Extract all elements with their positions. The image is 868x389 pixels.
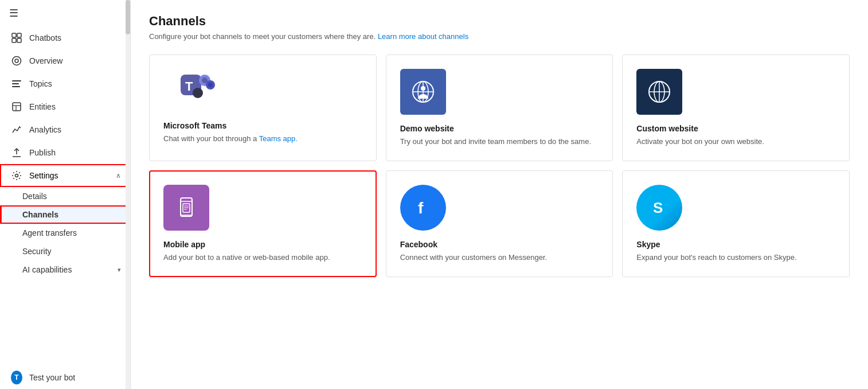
svg-point-4	[13, 57, 21, 65]
test-bot-icon: T	[11, 372, 22, 383]
sidebar-item-topics-label: Topics	[29, 79, 52, 88]
subtitle-text: Configure your bot channels to meet your…	[149, 32, 378, 41]
mobile-title: Mobile app	[163, 240, 205, 249]
teams-desc-text: Chat with your bot through a	[163, 134, 259, 143]
custom-desc: Activate your bot on your own website.	[636, 137, 764, 147]
settings-icon	[11, 170, 22, 181]
demo-icon-wrap	[400, 69, 446, 115]
channel-card-mobile-app[interactable]: Mobile app Add your bot to a native or w…	[149, 170, 377, 277]
svg-rect-1	[17, 33, 21, 37]
sidebar-item-settings-label: Settings	[29, 171, 58, 180]
channel-card-demo-website[interactable]: Demo website Try out your bot and invite…	[386, 55, 613, 161]
facebook-icon-wrap: f	[400, 185, 446, 231]
sidebar-sub-agent-label: Agent transfers	[22, 228, 77, 238]
svg-point-20	[208, 83, 213, 87]
sidebar-sub-item-details[interactable]: Details	[0, 187, 130, 205]
sidebar-scrollbar-thumb[interactable]	[126, 0, 130, 34]
learn-more-link[interactable]: Learn more about channels	[378, 32, 468, 41]
entities-icon	[11, 101, 22, 112]
overview-icon	[11, 55, 22, 67]
svg-rect-7	[12, 83, 19, 84]
svg-text:S: S	[653, 199, 663, 216]
skype-icon-wrap: S	[636, 185, 682, 231]
sidebar-item-analytics-label: Analytics	[29, 125, 61, 134]
sidebar: ☰ Chatbots Overview	[0, 0, 131, 389]
sidebar-sub-channels-label: Channels	[22, 210, 58, 219]
mobile-icon-box	[163, 185, 209, 231]
teams-title: Microsoft Teams	[163, 121, 226, 130]
sidebar-item-entities-label: Entities	[29, 102, 56, 111]
settings-row-left: Settings	[11, 170, 58, 181]
sidebar-item-chatbots[interactable]: Chatbots	[0, 26, 130, 49]
mobile-desc: Add your bot to a native or web-based mo…	[163, 252, 330, 263]
sidebar-sub-item-agent-transfers[interactable]: Agent transfers	[0, 224, 130, 242]
svg-rect-8	[12, 86, 20, 87]
facebook-circle: f	[400, 185, 446, 231]
svg-rect-2	[12, 38, 16, 42]
svg-point-14	[15, 174, 18, 177]
svg-point-5	[15, 59, 18, 63]
analytics-icon	[11, 124, 22, 135]
topics-icon	[11, 78, 22, 90]
publish-icon	[11, 147, 22, 158]
sidebar-sub-ai-label: AI capabilities	[22, 265, 72, 274]
sidebar-sub-security-label: Security	[22, 247, 52, 256]
channel-card-custom-website[interactable]: Custom website Activate your bot on your…	[622, 55, 850, 161]
svg-point-26	[421, 86, 425, 91]
chatbots-icon	[11, 32, 22, 44]
channels-grid: T Microsoft Teams Chat with your bot thr…	[149, 55, 850, 277]
sidebar-item-overview[interactable]: Overview	[0, 49, 130, 72]
skype-desc: Expand your bot's reach to customers on …	[636, 252, 796, 263]
svg-point-21	[193, 88, 203, 98]
svg-rect-9	[13, 103, 21, 111]
custom-title: Custom website	[636, 124, 698, 133]
sidebar-scrollbar	[126, 0, 130, 389]
sidebar-item-overview-label: Overview	[29, 56, 62, 65]
sidebar-item-entities[interactable]: Entities	[0, 95, 130, 118]
sidebar-item-chatbots-label: Chatbots	[29, 33, 61, 42]
custom-globe-box	[636, 69, 682, 115]
demo-globe-box	[400, 69, 446, 115]
skype-circle: S	[636, 185, 682, 231]
sidebar-sub-item-ai-capabilities[interactable]: AI capabilities ▾	[0, 260, 130, 279]
sidebar-item-test-bot[interactable]: T Test your bot	[0, 366, 130, 389]
svg-rect-6	[12, 80, 21, 81]
svg-text:T: T	[185, 79, 193, 94]
facebook-desc: Connect with your customers on Messenger…	[400, 252, 548, 263]
page-title: Channels	[149, 14, 850, 29]
sidebar-item-publish[interactable]: Publish	[0, 141, 130, 164]
sidebar-item-analytics[interactable]: Analytics	[0, 118, 130, 141]
sidebar-header: ☰	[0, 0, 130, 26]
channel-card-skype[interactable]: S Skype Expand your bot's reach to custo…	[622, 170, 850, 277]
demo-title: Demo website	[400, 124, 454, 133]
hamburger-icon[interactable]: ☰	[9, 7, 18, 20]
svg-rect-3	[17, 38, 21, 42]
teams-desc: Chat with your bot through a Teams app.	[163, 134, 298, 144]
sidebar-item-test-bot-label: Test your bot	[29, 373, 75, 382]
chevron-up-icon: ∧	[116, 172, 121, 180]
sidebar-sub-details-label: Details	[22, 192, 47, 201]
teams-icon-wrap: T	[163, 69, 221, 112]
sidebar-item-publish-label: Publish	[29, 148, 56, 157]
sidebar-sub-item-channels[interactable]: Channels	[0, 205, 130, 224]
custom-icon-wrap	[636, 69, 682, 115]
sidebar-item-settings[interactable]: Settings ∧	[0, 164, 130, 187]
skype-title: Skype	[636, 240, 660, 249]
teams-link[interactable]: Teams app.	[259, 134, 298, 143]
page-subtitle: Configure your bot channels to meet your…	[149, 32, 850, 41]
svg-rect-31	[181, 198, 192, 216]
channel-card-facebook[interactable]: f Facebook Connect with your customers o…	[386, 170, 613, 277]
svg-text:f: f	[418, 199, 424, 217]
sidebar-sub-item-security[interactable]: Security	[0, 242, 130, 260]
demo-desc: Try out your bot and invite team members…	[400, 137, 591, 147]
sidebar-item-topics[interactable]: Topics	[0, 72, 130, 95]
mobile-icon-wrap	[163, 185, 209, 231]
ai-chevron-down-icon: ▾	[118, 266, 121, 274]
channel-card-microsoft-teams[interactable]: T Microsoft Teams Chat with your bot thr…	[149, 55, 377, 161]
main-content: Channels Configure your bot channels to …	[131, 0, 868, 389]
facebook-title: Facebook	[400, 240, 437, 249]
svg-rect-0	[12, 33, 16, 37]
